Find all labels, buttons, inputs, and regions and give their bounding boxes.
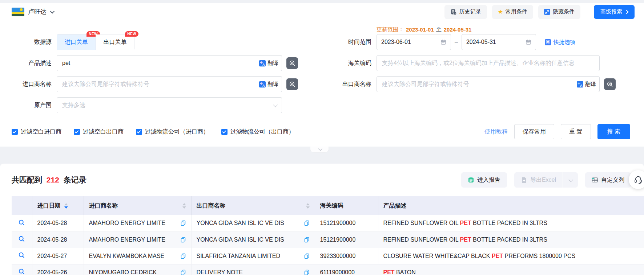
cell-importer: EVALYN KWAMBOKA MASE bbox=[84, 248, 191, 264]
tab-label: 进口关单 bbox=[65, 38, 88, 46]
exporter-name-label: 出口商名称 bbox=[339, 81, 371, 88]
view-detail-icon[interactable] bbox=[18, 219, 25, 226]
favorites-button[interactable]: ★ 常用条件 bbox=[492, 5, 533, 19]
importer-name[interactable]: NIYOMUGABO CEDRICK bbox=[89, 269, 157, 275]
header-exporter-name[interactable]: 出口商名称 bbox=[191, 196, 315, 215]
view-detail-icon[interactable] bbox=[18, 268, 25, 275]
filter-blank-exporter-checkbox[interactable]: 过滤空白出口商 bbox=[74, 128, 124, 136]
export-dropdown-button[interactable] bbox=[563, 172, 578, 188]
date-from-value: 2023-06-01 bbox=[381, 39, 411, 45]
origin-country-select[interactable]: 支持多选 bbox=[57, 97, 282, 113]
history-label: 历史记录 bbox=[459, 8, 481, 15]
enter-report-label: 进入报告 bbox=[477, 176, 500, 184]
reset-button[interactable]: 重 置 bbox=[561, 124, 591, 139]
copy-icon[interactable] bbox=[180, 253, 186, 259]
importer-name[interactable]: AMAHORO ENERGY LIMITE bbox=[89, 220, 165, 226]
filter-logistics-exporter-checkbox[interactable]: 过滤物流公司（出口商） bbox=[221, 128, 294, 136]
tab-import-declarations[interactable]: 进口关单 NEW bbox=[57, 34, 96, 50]
report-icon bbox=[468, 177, 474, 183]
exporter-name[interactable]: YONCA GIDA SAN ISL IC VE DIS bbox=[197, 237, 284, 243]
hide-conditions-button[interactable]: 隐藏条件 bbox=[538, 5, 580, 19]
page-top-strip bbox=[0, 0, 644, 3]
exact-match-toggle-icon[interactable] bbox=[286, 57, 298, 69]
tab-label: 出口关单 bbox=[104, 38, 127, 46]
copy-icon[interactable] bbox=[304, 253, 310, 259]
search-button[interactable]: 搜 索 bbox=[597, 124, 630, 139]
exporter-name[interactable]: SILAFRICA TANZANIA LIMITED bbox=[197, 253, 281, 259]
country-selector[interactable]: 卢旺达 bbox=[12, 8, 53, 16]
save-favorite-button[interactable]: 保存常用 bbox=[514, 124, 554, 139]
panel-collapse-button[interactable] bbox=[310, 147, 329, 153]
count-prefix: 共匹配到 bbox=[12, 176, 42, 184]
keyword-highlight: PET bbox=[460, 237, 471, 243]
hs-code-label: 海关编码 bbox=[339, 59, 371, 67]
copy-icon[interactable] bbox=[180, 270, 186, 275]
checkbox-label: 过滤物流公司（进口商） bbox=[145, 128, 209, 136]
header-importer-name[interactable]: 进口商名称 bbox=[84, 196, 191, 215]
view-detail-icon[interactable] bbox=[18, 235, 25, 242]
cell-product-desc: REFINED SUNFLOWER OIL PET BOTTLE PACKED … bbox=[378, 231, 644, 248]
exporter-name[interactable]: YONCA GIDA SAN ISL IC VE DIS bbox=[197, 220, 284, 226]
view-detail-icon[interactable] bbox=[18, 252, 25, 259]
hs-code-input[interactable] bbox=[377, 55, 600, 71]
copy-icon[interactable] bbox=[180, 220, 186, 226]
tutorial-link[interactable]: 使用教程 bbox=[484, 128, 508, 136]
chevron-down-icon bbox=[569, 177, 573, 182]
importer-name[interactable]: EVALYN KWAMBOKA MASE bbox=[89, 253, 165, 259]
export-group: 导出Excel bbox=[514, 172, 578, 188]
tab-export-declarations[interactable]: 出口关单 NEW bbox=[96, 34, 134, 50]
sort-icon[interactable] bbox=[182, 203, 186, 209]
arrow-right-icon bbox=[624, 10, 628, 14]
header-import-date[interactable]: 进口日期 bbox=[32, 196, 84, 215]
origin-country-label: 原产国 bbox=[12, 102, 52, 109]
history-button[interactable]: 历史记录 bbox=[444, 5, 487, 19]
header-hs-code: 海关编码 bbox=[315, 196, 378, 215]
update-from-date: 2023-01-01 bbox=[406, 26, 434, 33]
exporter-name[interactable]: DELIVERY NOTE bbox=[197, 269, 243, 275]
exporter-name-input[interactable] bbox=[377, 76, 600, 92]
exact-match-toggle-icon[interactable] bbox=[604, 78, 616, 90]
header-label: 海关编码 bbox=[320, 202, 343, 209]
cell-product-desc: PET BATON bbox=[378, 264, 644, 275]
date-to-value: 2024-05-31 bbox=[466, 39, 496, 45]
filter-logistics-importer-checkbox[interactable]: 过滤物流公司（进口商） bbox=[136, 128, 209, 136]
importer-name-input[interactable] bbox=[57, 76, 282, 92]
cell-import-date: 2024-05-28 bbox=[32, 231, 84, 248]
copy-icon[interactable] bbox=[304, 270, 310, 275]
exact-match-toggle-icon[interactable] bbox=[286, 78, 298, 90]
table-row: 2024-05-27 EVALYN KWAMBOKA MASE SILAFRIC… bbox=[12, 248, 644, 264]
quick-options-link[interactable]: ⌘ 快捷选项 bbox=[545, 39, 575, 46]
cell-importer: AMAHORO ENERGY LIMITE bbox=[84, 215, 191, 231]
date-from-picker[interactable]: 2023-06-01 bbox=[377, 34, 451, 50]
date-to-picker[interactable]: 2024-05-31 bbox=[462, 34, 536, 50]
translate-button[interactable]: 中A 翻译 bbox=[577, 81, 596, 88]
cell-exporter: YONCA GIDA SAN ISL IC VE DIS bbox=[191, 231, 315, 248]
copy-icon[interactable] bbox=[180, 237, 186, 243]
export-excel-button[interactable]: 导出Excel bbox=[514, 172, 563, 188]
sort-icon[interactable] bbox=[64, 203, 68, 209]
product-desc-input[interactable] bbox=[57, 55, 282, 71]
filter-blank-importer-checkbox[interactable]: 过滤空白进口商 bbox=[12, 128, 61, 136]
check-icon bbox=[136, 129, 142, 135]
sort-icon[interactable] bbox=[306, 203, 310, 209]
cell-product-desc: CLOSURE WATER WHITE&CAP BLACK PET PREFOR… bbox=[378, 248, 644, 264]
copy-icon[interactable] bbox=[304, 220, 310, 226]
translate-button[interactable]: 中A 翻译 bbox=[259, 81, 278, 88]
custom-columns-button[interactable]: 自定义列 bbox=[585, 172, 631, 188]
date-range-dash: – bbox=[455, 39, 458, 45]
command-icon: ⌘ bbox=[545, 39, 551, 45]
translate-icon: 中A bbox=[259, 60, 266, 66]
new-badge: NEW bbox=[125, 31, 138, 37]
advanced-search-button[interactable]: 高级搜索 bbox=[594, 5, 635, 19]
importer-name[interactable]: AMAHORO ENERGY LIMITE bbox=[89, 237, 165, 243]
update-range-label: 更新范围： bbox=[377, 26, 404, 33]
history-icon bbox=[450, 9, 457, 15]
translate-icon: 中A bbox=[577, 81, 583, 87]
chevron-down-icon bbox=[318, 147, 322, 151]
cell-import-date: 2024-05-27 bbox=[32, 248, 84, 264]
translate-button[interactable]: 中A 翻译 bbox=[259, 60, 278, 67]
product-desc-label: 产品描述 bbox=[12, 59, 52, 67]
copy-icon[interactable] bbox=[304, 237, 310, 243]
enter-report-button[interactable]: 进入报告 bbox=[461, 172, 507, 188]
svg-text:A: A bbox=[580, 83, 583, 87]
